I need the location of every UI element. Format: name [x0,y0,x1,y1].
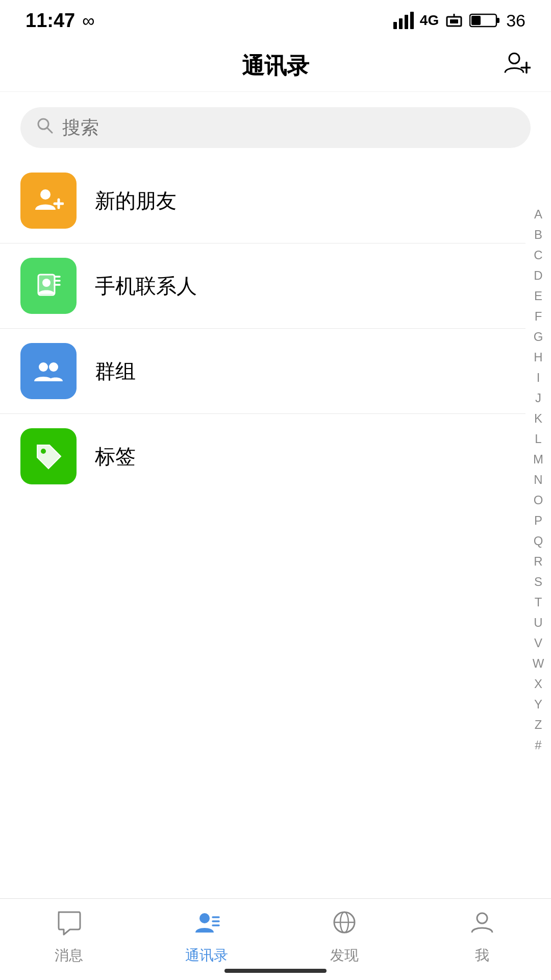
infinity-icon: ∞ [82,11,94,31]
alpha-C[interactable]: C [528,245,548,265]
alpha-Q[interactable]: Q [528,531,548,551]
content-area: 新的朋友 手机联系人 [0,158,551,499]
tags-label: 标签 [95,443,136,471]
alpha-R[interactable]: R [528,551,548,572]
alpha-Y[interactable]: Y [528,694,548,715]
nav-contacts-label: 通讯录 [185,946,228,965]
nav-me-label: 我 [475,946,489,965]
nav-discover[interactable]: 发现 [293,909,395,965]
svg-rect-1 [399,18,403,29]
page-header: 通讯录 [0,41,551,92]
add-contact-button[interactable] [504,50,531,82]
search-bar[interactable] [20,107,531,148]
alpha-K[interactable]: K [528,408,548,429]
svg-point-25 [49,362,58,372]
groups-label: 群组 [95,357,136,385]
alpha-E[interactable]: E [528,286,548,306]
search-input[interactable] [62,117,515,138]
list-item-tags[interactable]: 标签 [0,414,525,499]
svg-point-20 [42,279,51,287]
phone-contacts-icon-bg [20,258,77,314]
svg-rect-3 [410,12,414,29]
nav-messages[interactable]: 消息 [18,909,120,965]
home-indicator [224,969,327,973]
battery-icon [469,12,500,29]
status-bar: 11:47 ∞ 4G 36 [0,0,551,41]
alphabet-index: ABCDEFGHIJKLMNOPQRSTUVWXYZ# [525,199,551,761]
alpha-P[interactable]: P [528,510,548,531]
svg-rect-0 [393,22,397,29]
status-icons: 4G 36 [393,11,525,31]
nav-discover-label: 发现 [330,946,359,965]
status-time: 11:47 [26,10,75,32]
tag-icon [33,441,64,472]
page-title: 通讯录 [242,51,309,81]
svg-point-27 [199,913,210,923]
search-container [0,92,551,158]
nav-messages-label: 消息 [55,946,83,965]
nav-me[interactable]: 我 [431,909,533,965]
hotspot-icon [445,12,463,29]
alpha-T[interactable]: T [528,592,548,612]
alpha-H[interactable]: H [528,347,548,368]
alpha-F[interactable]: F [528,306,548,327]
svg-line-14 [47,128,52,133]
list-item-new-friends[interactable]: 新的朋友 [0,158,525,243]
svg-rect-2 [405,15,408,29]
alpha-W[interactable]: W [528,653,548,674]
alpha-B[interactable]: B [528,225,548,245]
new-friends-label: 新的朋友 [95,187,177,215]
alpha-X[interactable]: X [528,674,548,694]
alpha-S[interactable]: S [528,572,548,592]
alpha-O[interactable]: O [528,490,548,510]
alpha-M[interactable]: M [528,449,548,470]
alpha-Z[interactable]: Z [528,715,548,735]
list-item-phone-contacts[interactable]: 手机联系人 [0,243,525,329]
data-type: 4G [420,12,439,29]
discover-icon [331,909,358,942]
bottom-nav: 消息 通讯录 发现 [0,898,551,980]
alpha-A[interactable]: A [528,204,548,225]
svg-rect-5 [450,19,458,23]
contacts-icon [193,909,220,942]
signal-icon [393,12,414,29]
alpha-L[interactable]: L [528,429,548,449]
groups-icon-bg [20,343,77,399]
alpha-N[interactable]: N [528,470,548,490]
search-icon [36,116,54,139]
list-item-groups[interactable]: 群组 [0,329,525,414]
svg-point-26 [41,449,46,454]
svg-point-15 [40,189,51,200]
messages-icon [56,909,82,942]
svg-rect-8 [496,18,499,23]
nav-contacts[interactable]: 通讯录 [156,909,258,965]
alpha-V[interactable]: V [528,633,548,653]
svg-rect-9 [471,16,481,25]
alpha-U[interactable]: U [528,612,548,633]
contacts-list: 新的朋友 手机联系人 [0,158,525,499]
tags-icon-bg [20,428,77,484]
battery-level: 36 [506,11,525,31]
alpha-I[interactable]: I [528,368,548,388]
svg-point-24 [39,362,48,372]
svg-point-10 [509,53,519,63]
alpha-G[interactable]: G [528,327,548,347]
add-friend-icon [33,185,64,216]
alpha-#[interactable]: # [528,735,548,755]
phone-contacts-label: 手机联系人 [95,272,197,300]
me-icon [469,909,495,942]
svg-point-34 [477,913,487,923]
alpha-J[interactable]: J [528,388,548,408]
phone-contact-icon [33,271,64,301]
alpha-D[interactable]: D [528,265,548,286]
new-friends-icon-bg [20,173,77,229]
group-icon [33,356,64,386]
